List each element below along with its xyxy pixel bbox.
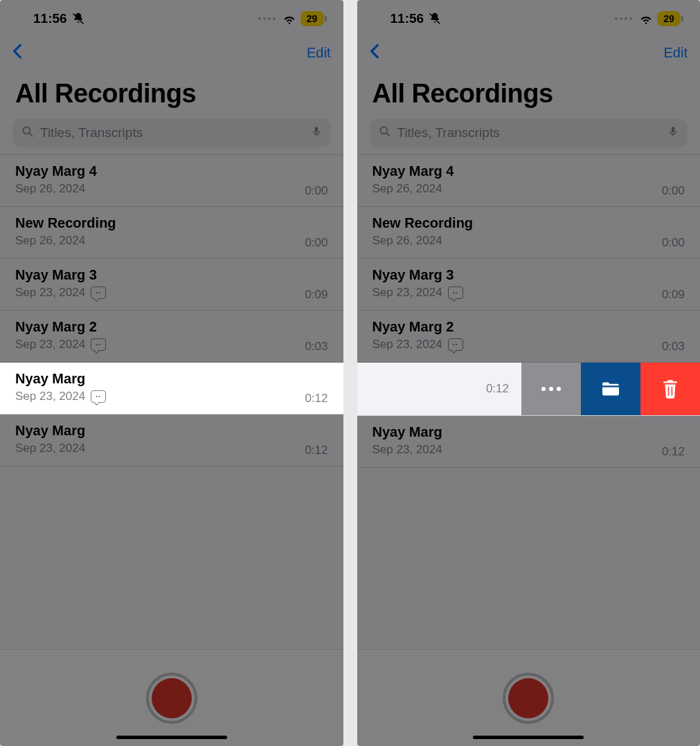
- list-item[interactable]: Nyay Marg Sep 23, 2024 0:12: [0, 415, 343, 466]
- recording-date: Sep 26, 2024: [373, 234, 442, 248]
- wifi-icon: [639, 12, 653, 26]
- nav-bar: Edit: [0, 37, 343, 68]
- phone-left: 11:56 29 Edit All Recordings Titles, Tra…: [0, 0, 343, 746]
- trash-icon: [661, 379, 679, 399]
- recording-duration: 0:00: [305, 184, 327, 198]
- svg-rect-10: [602, 385, 619, 387]
- list-item[interactable]: Nyay Marg 4 Sep 26, 2024 0:00: [357, 155, 701, 207]
- svg-point-6: [380, 127, 387, 134]
- recording-date: Sep 23, 2024: [373, 443, 442, 457]
- list-item[interactable]: Nyay Marg 2 Sep 23, 2024•• 0:03: [357, 311, 701, 363]
- recording-title: Nyay Marg: [15, 423, 328, 439]
- recording-date: Sep 23, 2024: [15, 286, 85, 300]
- ellipsis-icon: [541, 387, 561, 391]
- search-input[interactable]: Titles, Transcripts: [12, 118, 331, 147]
- search-icon: [21, 125, 35, 142]
- dictation-icon[interactable]: [310, 125, 323, 142]
- search-icon: [378, 125, 392, 142]
- status-bar: 11:56 29: [357, 0, 701, 37]
- recording-duration: 0:03: [662, 340, 685, 354]
- recording-duration: 0:12: [486, 382, 509, 396]
- recording-title: New Recording: [373, 215, 685, 231]
- transcript-icon: ••: [448, 286, 463, 299]
- page-title: All Recordings: [357, 68, 701, 116]
- battery-indicator: 29: [300, 11, 324, 26]
- recording-date: Sep 26, 2024: [15, 182, 85, 196]
- transcript-icon: ••: [91, 286, 106, 299]
- wifi-icon: [282, 12, 296, 26]
- search-input[interactable]: Titles, Transcripts: [370, 118, 688, 147]
- recording-duration: 0:12: [305, 444, 327, 457]
- status-time: 11:56: [391, 11, 424, 26]
- list-item[interactable]: Nyay Marg 2 Sep 23, 2024•• 0:03: [0, 311, 343, 363]
- swipe-delete-button[interactable]: [640, 363, 700, 415]
- recording-date: Sep 26, 2024: [15, 234, 85, 248]
- list-item[interactable]: Nyay Marg 3 Sep 23, 2024•• 0:09: [0, 259, 343, 311]
- swipe-more-button[interactable]: [521, 363, 581, 415]
- dictation-icon[interactable]: [667, 125, 679, 142]
- phone-right: 11:56 29 Edit All Recordings Titles, Tra…: [357, 0, 701, 746]
- recording-duration: 0:12: [305, 392, 327, 406]
- silent-mode-icon: [71, 12, 85, 26]
- page-title: All Recordings: [0, 68, 343, 116]
- recording-date: Sep 23, 2024: [373, 286, 442, 300]
- swipe-move-button[interactable]: [581, 363, 640, 415]
- transcript-icon: ••: [91, 390, 106, 403]
- folder-icon: [600, 381, 621, 397]
- back-button[interactable]: [12, 42, 22, 64]
- recording-title: Nyay Marg: [15, 371, 328, 387]
- record-toolbar: [357, 649, 701, 746]
- cellular-dots-icon: [258, 17, 276, 20]
- svg-line-2: [30, 133, 33, 136]
- svg-line-7: [386, 133, 389, 136]
- list-item[interactable]: Nyay Marg Sep 23, 2024 0:12: [357, 416, 701, 468]
- cellular-dots-icon: [615, 17, 632, 20]
- svg-rect-3: [314, 127, 318, 132]
- recording-duration: 0:00: [662, 236, 685, 250]
- list-item-swiped[interactable]: 0:12: [357, 363, 701, 416]
- recording-title: Nyay Marg 2: [15, 319, 328, 335]
- recording-date: Sep 23, 2024: [15, 442, 85, 455]
- nav-bar: Edit: [357, 37, 701, 68]
- record-button[interactable]: [146, 673, 197, 724]
- recording-date: Sep 23, 2024: [15, 338, 85, 352]
- recordings-list: Nyay Marg 4 Sep 26, 2024 0:00 New Record…: [0, 154, 343, 466]
- recording-title: Nyay Marg 3: [15, 267, 328, 283]
- recording-title: Nyay Marg 3: [373, 267, 685, 283]
- record-toolbar: [0, 649, 343, 746]
- list-item[interactable]: New Recording Sep 26, 2024 0:00: [0, 207, 343, 259]
- record-button-inner: [152, 678, 192, 718]
- recording-date: Sep 26, 2024: [373, 182, 442, 196]
- transcript-icon: ••: [448, 338, 463, 351]
- list-item[interactable]: Nyay Marg 4 Sep 26, 2024 0:00: [0, 155, 343, 207]
- record-button-inner: [508, 678, 548, 718]
- recording-title: Nyay Marg: [373, 424, 685, 440]
- recording-date: Sep 23, 2024: [373, 338, 442, 352]
- silent-mode-icon: [428, 12, 442, 26]
- recording-date: Sep 23, 2024: [15, 390, 85, 403]
- search-placeholder: Titles, Transcripts: [40, 125, 143, 140]
- edit-button[interactable]: Edit: [664, 45, 688, 61]
- home-indicator[interactable]: [116, 736, 227, 739]
- recording-duration: 0:09: [662, 288, 685, 302]
- back-button[interactable]: [370, 42, 379, 64]
- search-placeholder: Titles, Transcripts: [397, 125, 500, 140]
- recording-duration: 0:03: [305, 340, 327, 354]
- recording-duration: 0:12: [662, 445, 685, 459]
- list-item-selected[interactable]: Nyay Marg Sep 23, 2024•• 0:12: [0, 363, 343, 415]
- recording-title: Nyay Marg 4: [373, 163, 685, 179]
- battery-indicator: 29: [657, 11, 681, 26]
- swipe-actions: [521, 363, 700, 415]
- edit-button[interactable]: Edit: [307, 45, 330, 61]
- list-item[interactable]: Nyay Marg 3 Sep 23, 2024•• 0:09: [357, 259, 701, 311]
- recording-title: Nyay Marg 2: [373, 319, 685, 335]
- list-item[interactable]: New Recording Sep 26, 2024 0:00: [357, 207, 701, 259]
- home-indicator[interactable]: [473, 736, 584, 739]
- record-button[interactable]: [503, 673, 554, 724]
- status-bar: 11:56 29: [0, 0, 343, 37]
- status-time: 11:56: [33, 11, 67, 26]
- recordings-list: Nyay Marg 4 Sep 26, 2024 0:00 New Record…: [357, 154, 701, 468]
- svg-point-1: [23, 127, 30, 134]
- recording-title: Nyay Marg 4: [15, 163, 328, 179]
- recording-title: New Recording: [15, 215, 328, 231]
